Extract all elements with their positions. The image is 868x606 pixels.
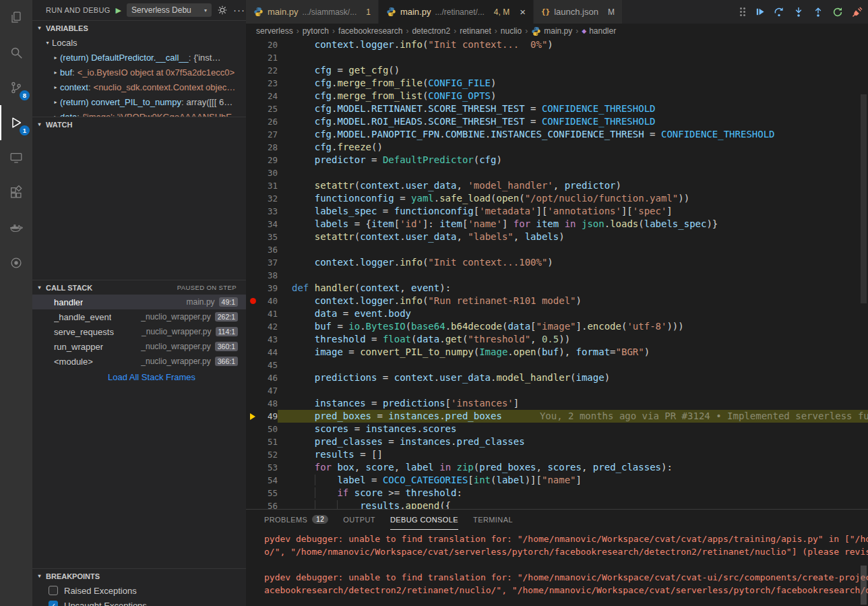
code-line[interactable]: 45 — [246, 359, 868, 371]
continue-icon[interactable] — [755, 7, 765, 17]
disconnect-icon[interactable] — [852, 7, 863, 18]
activity-item-docker[interactable] — [0, 210, 32, 245]
panel-scrollbar[interactable] — [861, 566, 867, 605]
code-line[interactable]: 36 — [246, 243, 868, 256]
breadcrumb-item-retinanet[interactable]: retinanet — [460, 26, 491, 36]
console-line: pydev debugger: unable to find translati… — [264, 571, 868, 584]
breadcrumb-item-facebookresearch[interactable]: facebookresearch — [338, 26, 402, 36]
code-line[interactable]: 52 results = [] — [246, 448, 868, 461]
code-line[interactable]: 40 context.logger.info("Run retinanet-R1… — [246, 295, 868, 307]
line-number: 31 — [259, 181, 278, 191]
code-line[interactable]: 47 — [246, 384, 868, 397]
code-line[interactable]: 39def handler(context, event): — [246, 282, 868, 295]
restart-icon[interactable] — [832, 7, 843, 18]
code-line[interactable]: 44 image = convert_PIL_to_numpy(Image.op… — [246, 346, 868, 359]
call-stack-frame[interactable]: run_wrapper_nuclio_wrapper.py360:1 — [32, 339, 246, 354]
close-icon[interactable]: × — [520, 8, 526, 16]
breadcrumb-item-detectron2[interactable]: detectron2 — [412, 26, 450, 36]
activity-item-run-debug[interactable]: 1 — [0, 105, 32, 140]
code-line[interactable]: 22 cfg = get_cfg() — [246, 64, 868, 77]
code-line[interactable]: 35 setattr(context.user_data, "labels", … — [246, 231, 868, 243]
code-line[interactable]: 23 cfg.merge_from_file(CONFIG_FILE) — [246, 77, 868, 90]
activity-item-extensions[interactable] — [0, 175, 32, 210]
variable-row[interactable]: ▸data:{'image': 'iVBORw0KGgoAAAANSUhE… — [32, 109, 246, 117]
breadcrumb-item-main.py[interactable]: main.py — [531, 26, 572, 36]
code-line[interactable]: 56 results.append({ — [246, 499, 868, 509]
checkbox[interactable] — [49, 586, 58, 595]
activity-item-plugin-circle[interactable] — [0, 245, 32, 280]
variable-row[interactable]: ▸context:<nuclio_sdk.context.Context obj… — [32, 80, 246, 94]
code-line[interactable]: 25 cfg.MODEL.RETINANET.SCORE_THRESH_TEST… — [246, 102, 868, 115]
toolbar-drag-grip[interactable] — [740, 7, 742, 9]
code-line[interactable]: 42 buf = io.BytesIO(base64.b64decode(dat… — [246, 320, 868, 333]
code-line[interactable]: 31 setattr(context.user_data, 'model_han… — [246, 179, 868, 192]
code-line[interactable]: 27 cfg.MODEL.PANOPTIC_FPN.COMBINE.INSTAN… — [246, 128, 868, 141]
call-stack-frame[interactable]: serve_requests_nuclio_wrapper.py114:1 — [32, 324, 246, 339]
activity-item-remote-explorer[interactable] — [0, 140, 32, 175]
editor-scrollbar[interactable] — [861, 94, 867, 303]
variable-row[interactable]: ▸(return) DefaultPredictor.__call__:{'in… — [32, 50, 246, 65]
code-line[interactable]: 26 cfg.MODEL.ROI_HEADS.SCORE_THRESH_TEST… — [246, 115, 868, 128]
chevron-down-icon: ▾ — [204, 7, 207, 13]
code-line[interactable]: 38 — [246, 269, 868, 282]
code-line[interactable]: 21 — [246, 51, 868, 64]
editor-tab-launch.json[interactable]: {}launch.jsonM — [534, 0, 623, 24]
step-out-icon[interactable] — [813, 7, 824, 18]
breakpoints-section-header[interactable]: ▾ BREAKPOINTS — [32, 568, 246, 583]
start-debug-button[interactable]: ▶ — [116, 6, 121, 15]
gear-icon[interactable] — [217, 5, 228, 16]
activity-item-source-control[interactable]: 8 — [0, 70, 32, 105]
code-line[interactable]: 29 predictor = DefaultPredictor(cfg) — [246, 154, 868, 166]
code-line[interactable]: 51 pred_classes = instances.pred_classes — [246, 435, 868, 448]
breadcrumb-item-serverless[interactable]: serverless — [256, 26, 293, 36]
checkbox[interactable]: ✓ — [49, 601, 58, 606]
breadcrumb-item-pytorch[interactable]: pytorch — [303, 26, 329, 36]
call-stack-frame[interactable]: handlermain.py49:1 — [32, 295, 246, 309]
variable-row[interactable]: ▸(return) convert_PIL_to_numpy:array([[[… — [32, 94, 246, 109]
breakpoint-row[interactable]: Raised Exceptions — [32, 583, 246, 598]
panel-tab-terminal[interactable]: TERMINAL — [473, 510, 513, 530]
editor-tab-main.py[interactable]: main.py.../siammask/...1 — [246, 0, 379, 24]
panel-tab-debug-console[interactable]: DEBUG CONSOLE — [390, 510, 458, 530]
code-line[interactable]: 46 predictions = context.user_data.model… — [246, 371, 868, 384]
breakpoint-dot[interactable] — [246, 298, 259, 304]
activity-item-search[interactable] — [0, 35, 32, 70]
call-stack-frame[interactable]: <module>_nuclio_wrapper.py366:1 — [32, 354, 246, 369]
code-line[interactable]: 32 functionconfig = yaml.safe_load(open(… — [246, 192, 868, 205]
frame-position-badge: 262:1 — [215, 312, 238, 322]
code-line[interactable]: 55 if score >= threshold: — [246, 487, 868, 499]
code-line[interactable]: 50 scores = instances.scores — [246, 423, 868, 435]
code-line[interactable]: 49 pred_boxes = instances.pred_boxesYou,… — [246, 410, 868, 423]
variables-scope-locals[interactable]: ▾Locals — [32, 35, 246, 50]
code-line[interactable]: 41 data = event.body — [246, 307, 868, 320]
editor-tab-main.py[interactable]: main.py.../retinanet/...4, M× — [379, 0, 534, 24]
variable-value: {'inst… — [193, 53, 220, 63]
call-stack-frame[interactable]: _handle_event_nuclio_wrapper.py262:1 — [32, 309, 246, 324]
code-line[interactable]: 20 context.logger.info("Init context... … — [246, 38, 868, 51]
variables-section-header[interactable]: ▾ VARIABLES — [32, 20, 246, 35]
more-actions-icon[interactable]: ··· — [233, 7, 245, 13]
variable-row[interactable]: ▸buf:<_io.BytesIO object at 0x7f5a2dc1ec… — [32, 65, 246, 80]
step-over-icon[interactable] — [774, 7, 784, 18]
load-all-stack-frames-link[interactable]: Load All Stack Frames — [108, 372, 195, 382]
code-line[interactable]: 30 — [246, 166, 868, 179]
watch-section-header[interactable]: ▾ WATCH — [32, 117, 246, 131]
activity-item-files[interactable] — [0, 0, 32, 35]
breakpoint-row[interactable]: ✓Uncaught Exceptions — [32, 598, 246, 606]
panel-tab-problems[interactable]: PROBLEMS12 — [264, 510, 328, 530]
step-into-icon[interactable] — [793, 7, 804, 18]
code-line[interactable]: 53 for box, score, label in zip(pred_box… — [246, 461, 868, 474]
breadcrumb-item-handler[interactable]: ◆handler — [582, 26, 616, 36]
code-line[interactable]: 34 labels = {item['id']: item['name'] fo… — [246, 218, 868, 231]
code-line[interactable]: 28 cfg.freeze() — [246, 141, 868, 154]
code-line[interactable]: 48 instances = predictions['instances'] — [246, 397, 868, 410]
panel-tab-output[interactable]: OUTPUT — [343, 510, 375, 530]
call-stack-section-header[interactable]: ▾ CALL STACK PAUSED ON STEP — [32, 280, 246, 295]
launch-config-dropdown[interactable]: Serverless Debu ▾ — [127, 3, 212, 17]
code-line[interactable]: 43 threshold = float(data.get("threshold… — [246, 333, 868, 346]
code-line[interactable]: 54 label = COCO_CATEGORIES[int(label)]["… — [246, 474, 868, 487]
code-line[interactable]: 24 cfg.merge_from_list(CONFIG_OPTS) — [246, 90, 868, 102]
code-line[interactable]: 37 context.logger.info("Init context...1… — [246, 256, 868, 269]
code-line[interactable]: 33 labels_spec = functionconfig['metadat… — [246, 205, 868, 218]
breadcrumb-item-nuclio[interactable]: nuclio — [501, 26, 522, 36]
